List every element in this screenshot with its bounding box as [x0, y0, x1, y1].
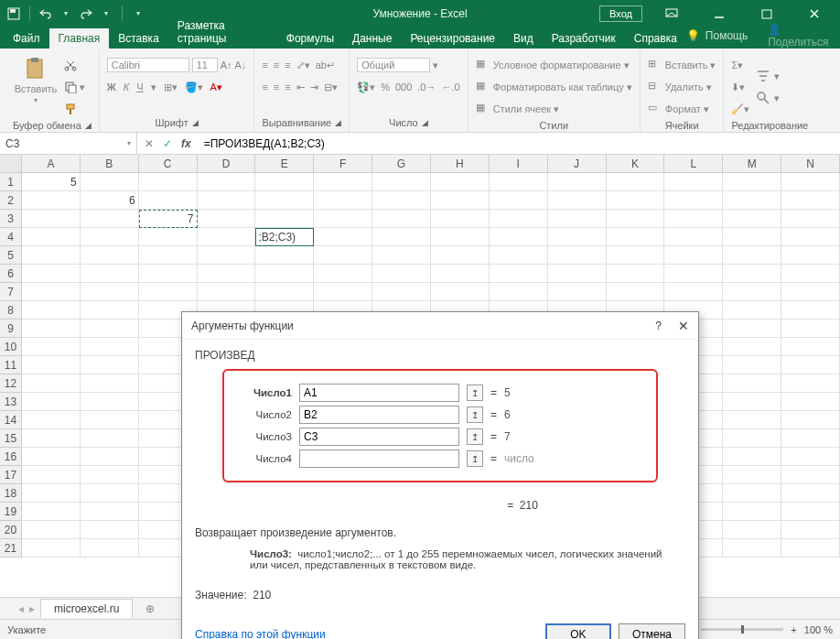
- cell[interactable]: [723, 484, 781, 503]
- cell[interactable]: [490, 210, 548, 228]
- cell[interactable]: [723, 228, 781, 246]
- cell[interactable]: [781, 521, 840, 539]
- align-left-icon[interactable]: ≡: [262, 81, 267, 92]
- ribbon-options-icon[interactable]: [653, 1, 690, 27]
- cell[interactable]: [372, 191, 431, 210]
- align-top-icon[interactable]: ≡: [262, 60, 267, 70]
- cell[interactable]: 5: [22, 173, 81, 191]
- row-header[interactable]: 3: [0, 210, 22, 228]
- cell[interactable]: [22, 283, 81, 301]
- col-header[interactable]: J: [548, 155, 607, 172]
- row-header[interactable]: 5: [0, 246, 22, 265]
- cell[interactable]: [548, 191, 607, 210]
- insert-cells-button[interactable]: ⊞Вставить▾: [648, 56, 716, 74]
- zoom-slider[interactable]: [701, 628, 783, 631]
- cell[interactable]: [81, 246, 139, 265]
- cell[interactable]: [723, 466, 781, 484]
- cell[interactable]: [548, 228, 607, 246]
- tell-me-icon[interactable]: 💡: [686, 29, 700, 42]
- cell[interactable]: [255, 265, 314, 283]
- enter-formula-icon[interactable]: ✓: [163, 137, 172, 150]
- cell[interactable]: [81, 338, 139, 356]
- col-header[interactable]: L: [664, 155, 723, 172]
- decrease-indent-icon[interactable]: ⇤: [296, 81, 305, 93]
- col-header[interactable]: D: [198, 155, 256, 172]
- cell[interactable]: [81, 539, 139, 558]
- collapse-dialog-icon[interactable]: ↥: [467, 450, 483, 467]
- cell[interactable]: [723, 411, 781, 429]
- paste-button[interactable]: Вставить▾: [13, 56, 59, 118]
- increase-indent-icon[interactable]: ⇥: [310, 81, 318, 93]
- cell[interactable]: [781, 246, 840, 265]
- comma-icon[interactable]: 000: [395, 81, 412, 92]
- font-launcher-icon[interactable]: ◢: [192, 118, 199, 127]
- cell[interactable]: [431, 246, 490, 265]
- row-header[interactable]: 7: [0, 283, 22, 301]
- cell[interactable]: [255, 173, 314, 191]
- tab-home[interactable]: Главная: [49, 28, 110, 49]
- cell[interactable]: [81, 393, 139, 411]
- qat-dropdown-icon[interactable]: ▾: [58, 5, 74, 22]
- col-header[interactable]: N: [781, 155, 840, 172]
- row-header[interactable]: 16: [0, 448, 22, 466]
- cell[interactable]: [372, 173, 431, 191]
- increase-decimal-icon[interactable]: .0→: [417, 81, 436, 92]
- row-header[interactable]: 10: [0, 338, 22, 356]
- cell[interactable]: [431, 283, 490, 301]
- cell[interactable]: [781, 301, 840, 320]
- cell[interactable]: [664, 191, 723, 210]
- argument-input[interactable]: [299, 406, 459, 424]
- cell[interactable]: [81, 210, 139, 228]
- decrease-font-icon[interactable]: A↓: [235, 60, 247, 70]
- zoom-level[interactable]: 100 %: [804, 624, 833, 635]
- cell[interactable]: [723, 173, 781, 191]
- cell[interactable]: [431, 228, 490, 246]
- cell[interactable]: [22, 228, 81, 246]
- tab-file[interactable]: Файл: [4, 28, 49, 49]
- format-cells-button[interactable]: ▭Формат▾: [648, 100, 716, 118]
- row-header[interactable]: 2: [0, 191, 22, 210]
- cell[interactable]: [139, 191, 198, 210]
- delete-cells-button[interactable]: ⊟Удалить▾: [648, 78, 716, 96]
- cell[interactable]: [22, 356, 81, 374]
- cell[interactable]: [723, 301, 781, 320]
- cell[interactable]: [22, 539, 81, 558]
- col-header[interactable]: H: [431, 155, 490, 172]
- cell[interactable]: [22, 374, 81, 393]
- cell[interactable]: [431, 191, 490, 210]
- find-select-button[interactable]: ▾: [755, 89, 780, 107]
- cell[interactable]: [198, 210, 256, 228]
- cell[interactable]: [607, 173, 665, 191]
- cell[interactable]: [22, 246, 81, 265]
- tab-layout[interactable]: Разметка страницы: [168, 16, 277, 49]
- cell[interactable]: [255, 210, 314, 228]
- clear-button[interactable]: 🧹▾: [731, 100, 749, 118]
- name-box[interactable]: C3▾: [0, 133, 137, 154]
- cell[interactable]: [723, 246, 781, 265]
- autosum-button[interactable]: Σ▾: [731, 56, 749, 74]
- cell[interactable]: [781, 173, 840, 191]
- cell[interactable]: [372, 283, 431, 301]
- share-button[interactable]: 👤 Поделиться: [768, 23, 831, 49]
- cell[interactable]: [723, 265, 781, 283]
- sheet-nav-prev-icon[interactable]: ◂: [18, 602, 24, 615]
- cell[interactable]: [431, 210, 490, 228]
- dialog-close-icon[interactable]: ✕: [678, 319, 689, 333]
- row-header[interactable]: 18: [0, 484, 22, 503]
- col-header[interactable]: K: [607, 155, 665, 172]
- cell[interactable]: [314, 210, 372, 228]
- cell[interactable]: [607, 283, 665, 301]
- cell[interactable]: [314, 246, 372, 265]
- cell[interactable]: [81, 301, 139, 320]
- cell[interactable]: [723, 448, 781, 466]
- col-header[interactable]: B: [81, 155, 139, 172]
- tab-review[interactable]: Рецензирование: [401, 28, 504, 49]
- row-header[interactable]: 1: [0, 173, 22, 191]
- row-header[interactable]: 4: [0, 228, 22, 246]
- cell[interactable]: [723, 503, 781, 521]
- cell[interactable]: [81, 265, 139, 283]
- row-header[interactable]: 15: [0, 429, 22, 448]
- cell[interactable]: [372, 210, 431, 228]
- cell[interactable]: [490, 283, 548, 301]
- cell[interactable]: [781, 411, 840, 429]
